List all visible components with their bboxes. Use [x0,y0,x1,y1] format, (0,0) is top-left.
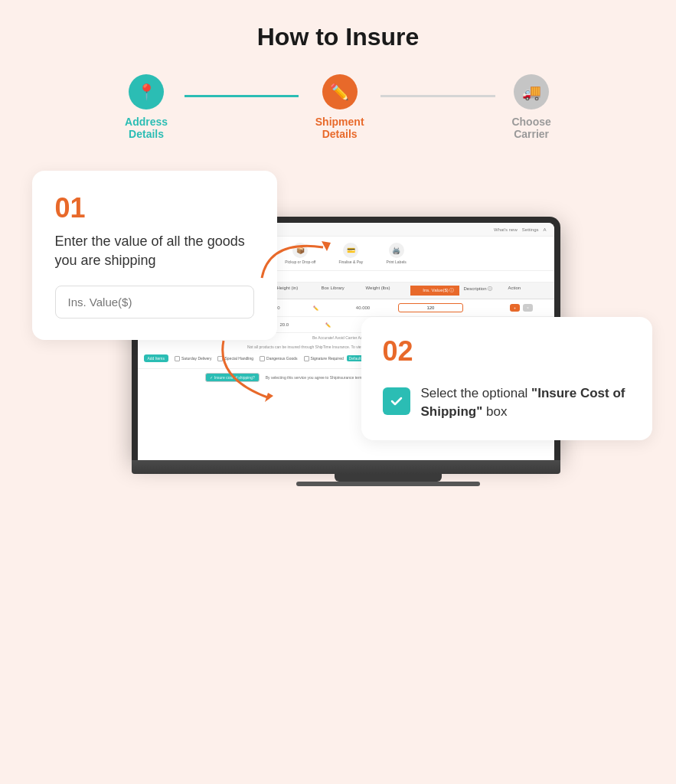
th-height: Height (in) [277,286,317,296]
laptop-foot [296,482,480,486]
progress-line-1 [185,95,299,97]
laptop-stand [335,474,442,482]
step-02-content: Select the optional "Insure Cost of Ship… [383,384,631,422]
saturday-checkbox-icon[interactable] [175,356,180,361]
step-02-prefix: Select the optional [421,386,532,400]
step-02-text: Select the optional "Insure Cost of Ship… [421,384,631,422]
step-label-address: Address Details [109,116,185,140]
ins-value-input[interactable] [55,286,254,318]
card-02: 02 Select the optional "Insure Cost of S… [361,317,652,440]
row2-box: ✏️ [325,322,366,328]
screen-step-3: 🖨️ Print Labels [386,243,406,264]
row1-weight: 40.000 [356,305,394,310]
step-label-carrier: Choose Carrier [495,116,568,140]
screen-nav-settings: Settings [522,227,539,232]
card-01: 01 Enter the value of all the goods you … [32,171,277,340]
signature-checkbox-icon[interactable] [304,356,309,361]
row1-btn-plus[interactable]: + [510,304,520,312]
row2-height: 20.0 [279,322,320,327]
progress-line-2 [380,95,495,97]
step-02-suffix: box [482,404,507,419]
step-02-number: 02 [383,335,631,368]
step-carrier: 🚚 Choose Carrier [495,74,568,140]
screen-nav-user: A [543,227,546,232]
page-title: How to Insure [257,23,420,51]
step-circle-carrier: 🚚 [514,74,549,109]
step-01-number: 01 [55,192,254,224]
step-address: 📍 Address Details [109,74,185,140]
step-01-description: Enter the value of all the goods you are… [55,232,254,270]
step-circle-shipment: ✏️ [322,74,358,109]
step-label-shipment: Shipment Details [299,116,380,140]
add-items-btn[interactable]: Add Items [144,354,169,362]
signature-label: Signature Required [311,356,344,361]
arrow-2-icon [208,333,292,410]
screen-nav-whats-new: What's new [494,227,518,232]
checkbox-checked-icon [383,387,410,415]
laptop-base [132,460,560,474]
row1-ins-value[interactable]: 120 [398,303,462,312]
th-ins-value: Ins. Value($) ⓘ [410,286,459,296]
screen-nav: What's new Settings A [494,227,547,232]
main-content: 01 Enter the value of all the goods you … [32,171,645,486]
row1-btn-minus[interactable]: × [523,304,533,312]
row1-box: ✏️ [313,305,351,311]
arrow-1-icon [254,224,346,286]
screen-step-icon-3: 🖨️ [389,243,404,258]
step-circle-address: 📍 [129,74,164,109]
th-weight: Weight (lbs) [366,286,406,296]
step-shipment: ✏️ Shipment Details [299,74,380,140]
screen-step-label-3: Print Labels [386,260,406,264]
progress-bar: 📍 Address Details ✏️ Shipment Details 🚚 … [109,74,568,140]
th-desc: Description ⓘ [464,286,504,296]
checkbox-saturday: Saturday Delivery [175,356,211,361]
th-action: Action [508,286,548,296]
row1-actions: + × [510,304,547,312]
th-box: Box Library [322,286,361,296]
checkbox-signature: Signature Required Default [304,355,364,361]
